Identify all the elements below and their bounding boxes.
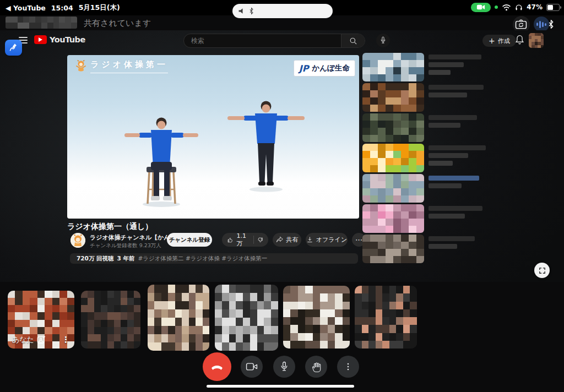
notifications-button[interactable]	[514, 34, 525, 47]
suggested-video-row[interactable]	[362, 53, 500, 81]
sharer-name-redacted	[6, 17, 77, 29]
search-button[interactable]	[341, 34, 365, 47]
scribble-pen-icon	[8, 42, 19, 53]
bluetooth-icon	[248, 7, 254, 15]
description-bar[interactable]: 720万 回視聴 3 年前 #ラジオ体操第二 #ラジオ体操 #ラジオ体操第一	[70, 253, 358, 264]
thumbs-up-icon	[227, 236, 234, 244]
standing-exerciser	[227, 101, 305, 186]
youtube-header: YouTube 検索 + 作成	[0, 31, 564, 50]
create-label: 作成	[498, 37, 510, 45]
fullscreen-button[interactable]	[534, 263, 550, 278]
create-button[interactable]: + 作成	[482, 35, 516, 47]
camera-in-use-pill	[471, 3, 491, 12]
end-call-button[interactable]	[203, 352, 231, 381]
tile-menu-icon[interactable]: ⋮	[62, 336, 70, 344]
raised-hand-icon	[311, 361, 322, 373]
suggested-thumbnail-redacted	[362, 174, 424, 203]
more-vertical-icon	[343, 361, 354, 372]
channel-avatar[interactable]	[70, 233, 85, 248]
view-count: 720万 回視聴	[77, 255, 114, 263]
back-to-youtube-link[interactable]: ◀ YouTube	[6, 4, 46, 12]
participant-tile[interactable]	[215, 285, 278, 351]
annotate-button[interactable]	[5, 40, 22, 56]
suggested-video-row[interactable]	[362, 83, 500, 112]
clock: 15:04	[51, 4, 73, 12]
youtube-logo[interactable]: YouTube	[34, 35, 85, 44]
like-dislike-buttons[interactable]: 1.1万	[222, 233, 268, 247]
suggested-title-redacted	[429, 62, 464, 67]
mic-in-use-dot	[495, 6, 498, 9]
youtube-play-icon	[34, 35, 47, 44]
participant-tile[interactable]	[81, 291, 140, 349]
offline-label: オフライン	[316, 236, 347, 244]
video-title: ラジオ体操第一（通し）	[67, 222, 153, 232]
suggested-videos	[362, 53, 500, 268]
hangup-phone-icon	[209, 359, 225, 374]
suggested-title-redacted	[429, 115, 477, 120]
camera-toggle-button[interactable]	[241, 356, 263, 378]
headphones-icon	[515, 3, 523, 11]
participant-tile[interactable]	[355, 286, 417, 349]
mic-toggle-button[interactable]	[273, 356, 295, 378]
bluetooth-status-icon	[547, 19, 555, 29]
shared-youtube-screen: YouTube 検索 + 作成	[0, 30, 564, 282]
participant-tile[interactable]	[148, 285, 209, 351]
suggested-video-row[interactable]	[362, 204, 500, 233]
camera-indicator-icon	[476, 4, 485, 10]
like-count: 1.1万	[236, 232, 250, 248]
suggested-video-row[interactable]	[362, 113, 500, 142]
suggested-title-redacted	[429, 176, 479, 181]
raise-hand-button[interactable]	[305, 356, 327, 378]
more-options-button[interactable]	[337, 356, 359, 378]
speaker-icon	[238, 7, 246, 15]
video-player[interactable]: ラジオ体操第一 JP かんぽ生命	[67, 55, 359, 219]
participant-tile[interactable]	[283, 286, 350, 349]
subscribe-button[interactable]: チャンネル登録	[167, 233, 212, 247]
share-button[interactable]: 共有	[273, 233, 301, 247]
suggested-title-redacted	[429, 70, 451, 75]
date: 5月15日(木)	[79, 3, 120, 13]
hashtags: #ラジオ体操第二 #ラジオ体操 #ラジオ体操第一	[138, 255, 268, 263]
suggested-title-redacted	[429, 145, 486, 150]
suggested-title-redacted	[429, 236, 475, 241]
subscriber-count: チャンネル登録者数 9.23万人	[90, 242, 161, 249]
participant-tile-you[interactable]: あなた ⋮	[8, 291, 74, 349]
suggested-title-redacted	[429, 214, 465, 219]
suggested-video-row[interactable]	[362, 144, 500, 172]
suggested-title-redacted	[429, 85, 484, 90]
suggested-title-redacted	[429, 206, 482, 211]
suggested-title-redacted	[429, 123, 460, 128]
bell-icon	[514, 34, 525, 45]
effects-icon[interactable]	[37, 335, 46, 344]
status-left: ◀ YouTube 15:04 5月15日(木)	[6, 3, 120, 13]
suggested-video-row[interactable]	[362, 174, 500, 203]
upload-age: 3 年前	[117, 255, 135, 263]
exercise-video-frame	[67, 55, 359, 219]
share-arrow-icon	[276, 236, 284, 243]
offline-button[interactable]: オフライン	[306, 233, 348, 247]
suggested-thumbnail-redacted	[362, 235, 424, 263]
voice-isolation-button[interactable]	[534, 17, 549, 32]
wifi-icon	[502, 4, 511, 11]
fullscreen-icon	[538, 266, 546, 275]
youtube-wordmark: YouTube	[50, 35, 85, 44]
voice-search-button[interactable]	[376, 34, 390, 47]
battery-icon	[546, 4, 560, 11]
search-icon	[349, 37, 357, 45]
search-input[interactable]: 検索	[183, 34, 365, 48]
suggested-title-redacted	[429, 244, 457, 249]
account-avatar[interactable]	[529, 33, 544, 48]
you-tile-overlay: あなた ⋮	[8, 335, 74, 345]
home-indicator[interactable]	[207, 385, 354, 388]
suggested-video-row[interactable]	[362, 235, 500, 263]
audio-route-pill[interactable]	[232, 4, 333, 18]
suggested-title-redacted	[429, 153, 468, 158]
share-label: 共有	[286, 236, 299, 244]
waveform-icon	[536, 23, 538, 26]
suggested-title-redacted	[429, 161, 453, 166]
suggested-title-redacted	[429, 183, 462, 188]
mic-icon	[279, 361, 289, 373]
mic-icon	[379, 36, 387, 45]
suggested-title-redacted	[429, 55, 481, 59]
flip-camera-icon	[515, 19, 527, 29]
